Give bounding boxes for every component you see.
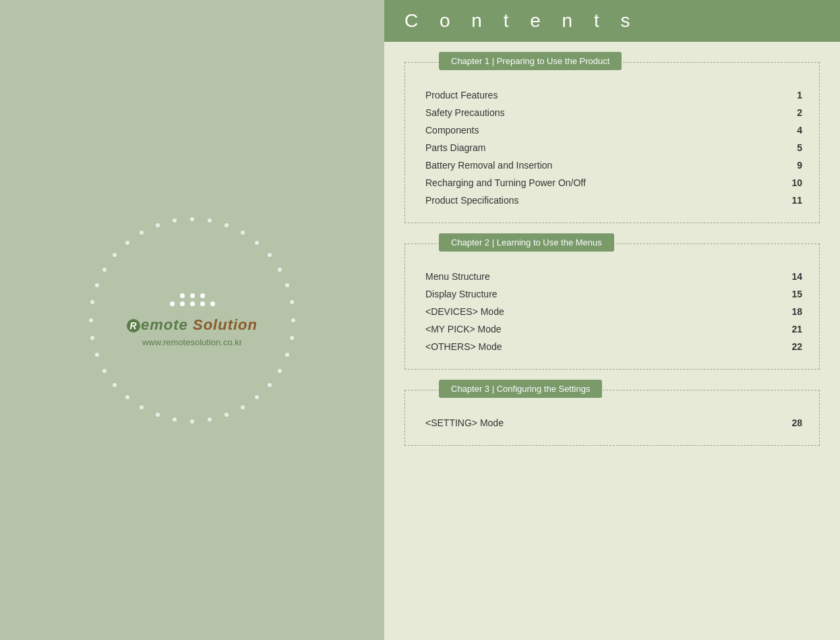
toc-item-label: Parts Diagram bbox=[422, 139, 775, 156]
chapter-header-tag-2: Chapter 2 | Learning to Use the Menus bbox=[439, 233, 614, 252]
chapter-block-3: Chapter 3 | Configuring the Settings<SET… bbox=[404, 390, 820, 446]
circle-dot bbox=[125, 241, 129, 245]
circle-dot bbox=[291, 318, 295, 322]
circle-dot bbox=[95, 283, 99, 287]
chapter-header-tag-1: Chapter 1 | Preparing to Use the Product bbox=[439, 52, 622, 70]
logo-dot bbox=[200, 301, 205, 306]
circle-dot bbox=[241, 231, 245, 235]
toc-item-label: Recharging and Turning Power On/Off bbox=[422, 174, 775, 192]
circle-dot bbox=[224, 413, 229, 417]
circle-dot bbox=[140, 231, 144, 235]
toc-item-label: Menu Structure bbox=[422, 268, 775, 285]
toc-item-label: <SETTING> Mode bbox=[422, 414, 775, 432]
toc-item-label: Safety Precautions bbox=[422, 104, 775, 121]
circle-dot bbox=[285, 353, 289, 357]
brand-logo: Remote Solution bbox=[127, 316, 258, 334]
toc-item-label: Battery Removal and Insertion bbox=[422, 156, 775, 174]
circle-dot bbox=[268, 253, 272, 257]
logo-area: Remote Solution www.remotesolution.co.kr bbox=[127, 293, 258, 347]
circle-dot bbox=[285, 283, 289, 287]
toc-item-page: 10 bbox=[775, 174, 802, 192]
toc-row: Product Features1 bbox=[422, 86, 802, 104]
circle-dot bbox=[255, 241, 259, 245]
logo-dot bbox=[180, 301, 185, 306]
logo-dots-decoration bbox=[170, 293, 215, 310]
circle-dot bbox=[255, 395, 259, 399]
toc-item-page: 11 bbox=[775, 192, 802, 209]
toc-item-page: 22 bbox=[775, 338, 802, 355]
toc-item-label: <DEVICES> Mode bbox=[422, 303, 775, 320]
circle-dot bbox=[190, 217, 194, 221]
logo-dot bbox=[200, 293, 205, 298]
toc-table-3: <SETTING> Mode28 bbox=[422, 414, 802, 432]
circle-dot bbox=[290, 336, 294, 340]
toc-row: Parts Diagram5 bbox=[422, 139, 802, 156]
toc-row: Components4 bbox=[422, 121, 802, 139]
toc-item-label: Product Specifications bbox=[422, 192, 775, 209]
circle-dot bbox=[113, 253, 117, 257]
toc-table-1: Product Features1Safety Precautions2Comp… bbox=[422, 86, 802, 209]
circle-dot bbox=[241, 405, 245, 409]
toc-item-page: 9 bbox=[775, 156, 802, 174]
chapter-header-tag-3: Chapter 3 | Configuring the Settings bbox=[439, 380, 602, 398]
left-panel: Remote Solution www.remotesolution.co.kr bbox=[0, 0, 384, 640]
logo-dot bbox=[190, 301, 195, 306]
circle-dot bbox=[125, 395, 129, 399]
circle-dot bbox=[268, 383, 272, 387]
circle-dot bbox=[90, 336, 94, 340]
toc-item-page: 21 bbox=[775, 320, 802, 338]
toc-row: Display Structure15 bbox=[422, 285, 802, 303]
toc-row: <OTHERS> Mode22 bbox=[422, 338, 802, 355]
toc-row: <DEVICES> Mode18 bbox=[422, 303, 802, 320]
circle-dot bbox=[173, 219, 177, 223]
toc-row: Recharging and Turning Power On/Off10 bbox=[422, 174, 802, 192]
circle-dot bbox=[278, 268, 282, 272]
circle-dot bbox=[208, 219, 212, 223]
circle-dot bbox=[290, 300, 294, 304]
chapter-block-1: Chapter 1 | Preparing to Use the Product… bbox=[404, 62, 820, 223]
brand-url: www.remotesolution.co.kr bbox=[142, 337, 242, 347]
contents-header: C o n t e n t s bbox=[384, 0, 840, 42]
circle-dot bbox=[102, 268, 107, 272]
toc-item-page: 28 bbox=[775, 414, 802, 432]
circle-dot bbox=[102, 369, 107, 373]
toc-item-page: 15 bbox=[775, 285, 802, 303]
toc-row: Product Specifications11 bbox=[422, 192, 802, 209]
toc-row: Menu Structure14 bbox=[422, 268, 802, 285]
logo-dot bbox=[190, 293, 195, 298]
logo-dot bbox=[180, 293, 185, 298]
chapter-block-2: Chapter 2 | Learning to Use the MenusMen… bbox=[404, 243, 820, 370]
circle-dot bbox=[173, 417, 177, 421]
circle-dot bbox=[113, 383, 117, 387]
toc-item-label: Components bbox=[422, 121, 775, 139]
circle-dot bbox=[278, 369, 282, 373]
logo-dot bbox=[170, 301, 175, 306]
right-panel: C o n t e n t s Chapter 1 | Preparing to… bbox=[384, 0, 840, 640]
toc-item-label: <MY PICK> Mode bbox=[422, 320, 775, 338]
circle-dot bbox=[156, 413, 160, 417]
toc-item-label: <OTHERS> Mode bbox=[422, 338, 775, 355]
logo-r-circle: R bbox=[127, 319, 140, 332]
circle-dot bbox=[95, 353, 99, 357]
toc-item-page: 14 bbox=[775, 268, 802, 285]
toc-row: <MY PICK> Mode21 bbox=[422, 320, 802, 338]
logo-dot bbox=[210, 301, 215, 306]
circle-dot bbox=[156, 223, 160, 227]
toc-row: <SETTING> Mode28 bbox=[422, 414, 802, 432]
contents-title: C o n t e n t s bbox=[404, 10, 820, 32]
toc-item-page: 2 bbox=[775, 104, 802, 121]
chapters-container: Chapter 1 | Preparing to Use the Product… bbox=[404, 62, 820, 446]
toc-table-2: Menu Structure14Display Structure15<DEVI… bbox=[422, 268, 802, 355]
toc-item-page: 1 bbox=[775, 86, 802, 104]
circle-dot bbox=[190, 419, 194, 424]
toc-row: Safety Precautions2 bbox=[422, 104, 802, 121]
circle-dot bbox=[208, 417, 212, 421]
toc-item-page: 4 bbox=[775, 121, 802, 139]
toc-item-page: 5 bbox=[775, 139, 802, 156]
circle-dot bbox=[140, 405, 144, 409]
circle-dot bbox=[90, 300, 94, 304]
toc-row: Battery Removal and Insertion9 bbox=[422, 156, 802, 174]
circle-dot bbox=[224, 223, 229, 227]
toc-item-label: Display Structure bbox=[422, 285, 775, 303]
toc-item-label: Product Features bbox=[422, 86, 775, 104]
